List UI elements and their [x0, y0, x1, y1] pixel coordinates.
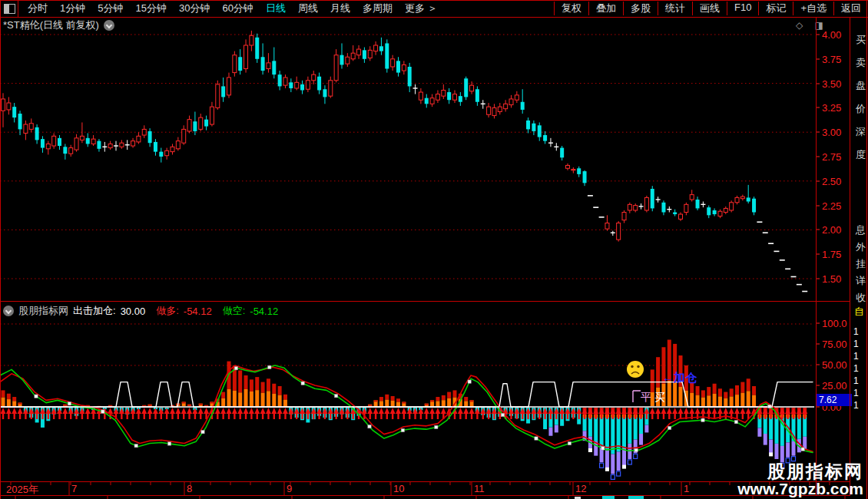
sidebar-strip-char: 收: [856, 291, 866, 305]
ping-annotation: 平: [641, 391, 651, 403]
sidebar-strip-char: 度: [856, 148, 866, 162]
frame-left: [0, 0, 1, 499]
sidebar-strip-char: 1: [853, 388, 859, 398]
sidebar-strip-char: 1: [853, 339, 859, 349]
sidebar-strip-char: 1: [853, 400, 859, 411]
indicator-source: 股朋指标网: [18, 304, 68, 318]
trading-app-window: 分时1分钟5分钟15分钟30分钟60分钟日线周线月线多周期更多 ＞ 复权叠加多股…: [0, 0, 868, 499]
panel-divider: [0, 301, 850, 302]
watermark: 股朋指标网 www.7gpzb.com: [737, 463, 863, 497]
sidebar-strip-char: 1: [853, 351, 859, 362]
candlesticks: [2, 31, 808, 292]
price-tick-label: 3.75: [822, 54, 841, 65]
indicator-tick-label: 50.00: [822, 359, 847, 371]
sidebar-strip-char: 自: [854, 305, 864, 319]
sad-emoji-icon: [627, 361, 644, 378]
month-label: 11: [474, 483, 485, 494]
indicator-tick-label: 75.00: [822, 339, 847, 350]
short-value: -54.12: [250, 306, 278, 317]
sidebar-strip-char: 1: [853, 326, 859, 337]
month-label: 12: [575, 483, 586, 494]
indicator-header: 股朋指标网 出击加仓: 30.00 做多: -54.12 做空: -54.12: [3, 304, 278, 318]
watermark-url: www.7gpzb.com: [737, 481, 863, 497]
sidebar-strip-char: 1: [853, 375, 859, 386]
axis-border-left: [816, 17, 817, 496]
price-tick-label: 3.50: [822, 78, 841, 90]
sidebar-strip-char: 盘: [856, 79, 866, 93]
long-label: 做多:: [156, 304, 179, 318]
price-tick-label: 2.00: [822, 224, 841, 236]
indicator-tick-label: 25.00: [822, 380, 847, 392]
main-chart-canvas[interactable]: ←加仓平买: [0, 0, 868, 499]
short-label: 做空:: [223, 304, 246, 318]
month-label: 1: [684, 483, 689, 494]
chevron-down-icon[interactable]: [3, 306, 14, 316]
price-tick-label: 3.00: [822, 127, 841, 138]
time-axis[interactable]: 2025年 7891011121: [0, 482, 850, 496]
month-label: 7: [71, 483, 77, 494]
sidebar-strip-char: 价: [856, 102, 866, 116]
price-tick-label: 3.25: [822, 102, 841, 114]
indicator-tick-label: 100.0: [822, 318, 847, 329]
mai-annotation: 买: [654, 391, 665, 403]
price-tick-label: 2.50: [822, 176, 841, 187]
indicator-param-label: 出击加仓:: [73, 304, 116, 318]
month-label: 8: [187, 483, 192, 494]
price-tick-label: 1.50: [822, 273, 841, 285]
sidebar-strip-char: 1: [853, 363, 859, 374]
axis-border-right: [850, 17, 850, 496]
sidebar-strip-char: 外: [856, 240, 866, 254]
right-sidebar-strip[interactable]: 买卖盘价深度息外挂详收自1111111: [851, 18, 868, 499]
price-tick-label: 2.25: [822, 200, 841, 212]
sidebar-strip-char: 详: [856, 274, 866, 288]
sidebar-strip-char: 卖: [856, 56, 866, 70]
watermark-site-name: 股朋指标网: [737, 463, 863, 481]
sidebar-strip-char: 买: [856, 33, 866, 47]
value-badge: 7.62: [817, 394, 852, 406]
year-label: 2025年: [6, 483, 38, 497]
jiacang-annotation: ←加仓: [662, 371, 697, 384]
price-tick-label: 1.75: [822, 249, 841, 260]
price-tick-label: 4.00: [822, 29, 841, 41]
month-label: 9: [287, 483, 292, 494]
indicator-param-value: 30.00: [121, 306, 146, 317]
month-label: 10: [393, 483, 404, 494]
long-value: -54.12: [184, 306, 212, 317]
sidebar-strip-char: 息: [856, 223, 866, 237]
sidebar-strip-char: 深: [856, 125, 866, 139]
price-tick-label: 2.75: [822, 151, 841, 163]
sidebar-strip-char: 挂: [856, 257, 866, 271]
